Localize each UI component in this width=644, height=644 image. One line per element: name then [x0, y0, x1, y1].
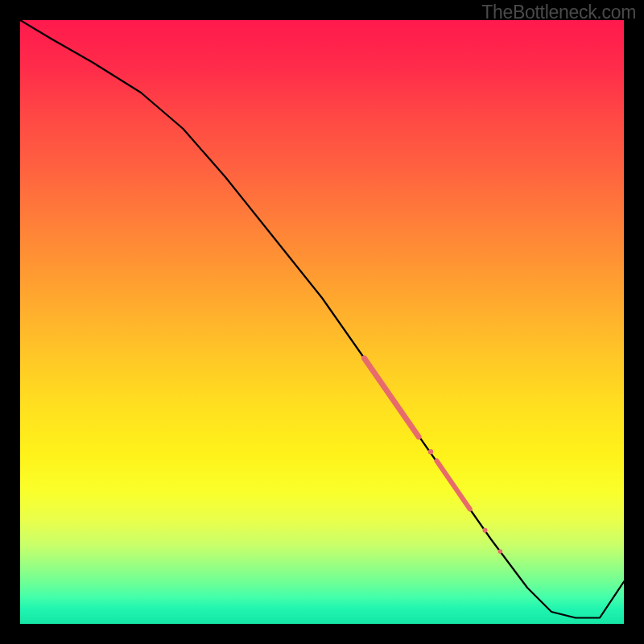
highlight-segment	[365, 358, 419, 437]
main-curve-path	[20, 20, 624, 618]
highlight-segment	[437, 461, 470, 510]
highlight-dot	[428, 449, 433, 454]
highlight-dot	[498, 549, 503, 554]
highlight-dot	[483, 528, 488, 533]
chart-svg	[20, 20, 624, 624]
watermark-text: TheBottleneck.com	[481, 2, 636, 23]
chart-plot-area	[20, 20, 624, 624]
